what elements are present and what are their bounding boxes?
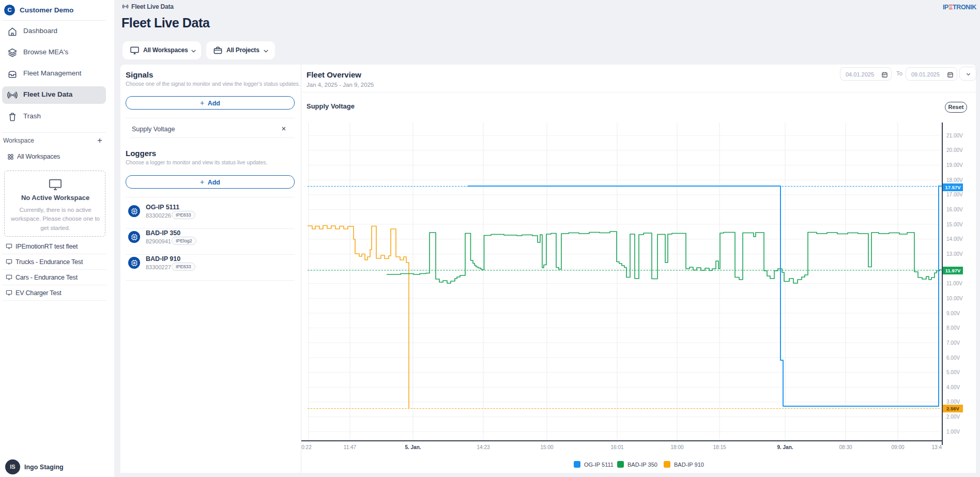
svg-text:16.00V: 16.00V	[946, 207, 963, 212]
svg-text:18:15: 18:15	[713, 444, 726, 450]
svg-text:4.00V: 4.00V	[946, 384, 960, 390]
svg-text:16:01: 16:01	[610, 444, 623, 450]
svg-text:3.00V: 3.00V	[946, 399, 960, 405]
svg-text:15:00: 15:00	[540, 444, 553, 450]
svg-text:2.00V: 2.00V	[946, 414, 960, 420]
svg-text:09:00: 09:00	[891, 444, 904, 450]
svg-text:OG-IP 5111: OG-IP 5111	[584, 461, 614, 468]
svg-text:11:47: 11:47	[344, 444, 357, 450]
svg-text:BAD-IP 350: BAD-IP 350	[627, 461, 657, 468]
svg-text:18:00: 18:00	[670, 444, 683, 450]
svg-text:8.00V: 8.00V	[946, 325, 960, 331]
svg-text:6.00V: 6.00V	[946, 355, 960, 361]
svg-text:20.00V: 20.00V	[946, 147, 963, 153]
svg-text:7.00V: 7.00V	[946, 340, 960, 346]
svg-text:17.57V: 17.57V	[945, 184, 961, 190]
svg-text:9.00V: 9.00V	[946, 311, 960, 316]
svg-text:5.00V: 5.00V	[946, 370, 960, 375]
svg-text:08:30: 08:30	[839, 444, 852, 450]
svg-text:15.00V: 15.00V	[946, 222, 963, 227]
svg-text:0:22: 0:22	[301, 444, 312, 450]
svg-text:14.00V: 14.00V	[946, 236, 963, 242]
svg-text:10.00V: 10.00V	[946, 296, 963, 301]
svg-text:13.00V: 13.00V	[946, 251, 963, 257]
svg-text:11.00V: 11.00V	[946, 281, 962, 286]
svg-text:1.00V: 1.00V	[946, 429, 960, 435]
svg-text:19.00V: 19.00V	[946, 162, 963, 168]
svg-text:11.97V: 11.97V	[945, 268, 961, 273]
svg-text:21.00V: 21.00V	[946, 133, 963, 139]
svg-text:18.00V: 18.00V	[946, 177, 963, 183]
svg-text:2.56V: 2.56V	[946, 406, 959, 411]
svg-text:BAD-IP 910: BAD-IP 910	[674, 461, 704, 468]
svg-text:5. Jan.: 5. Jan.	[405, 444, 421, 450]
svg-text:13:4: 13:4	[932, 444, 942, 450]
svg-text:17.00V: 17.00V	[946, 192, 963, 197]
svg-text:14:23: 14:23	[477, 444, 489, 450]
svg-text:9. Jan.: 9. Jan.	[777, 444, 793, 450]
